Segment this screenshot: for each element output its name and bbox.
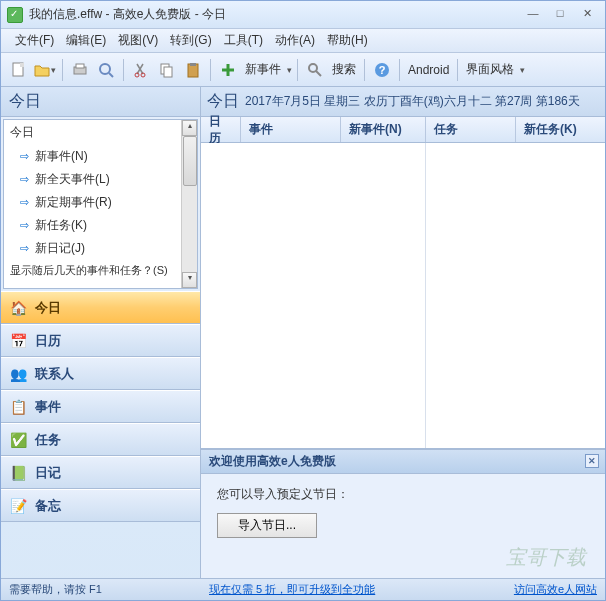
arrow-icon: ⇨ <box>20 219 29 232</box>
svg-rect-1 <box>20 63 24 67</box>
maximize-button[interactable]: □ <box>548 7 572 23</box>
tree-root[interactable]: 今日 <box>4 120 197 145</box>
new-file-icon[interactable] <box>7 58 31 82</box>
home-icon: 🏠 <box>9 299 27 317</box>
content-title: 今日 <box>207 91 239 112</box>
scrollbar[interactable]: ▴ ▾ <box>181 120 197 288</box>
calendar-icon: 📅 <box>9 332 27 350</box>
welcome-panel: 欢迎使用高效e人免费版 ✕ 您可以导入预定义节日： 导入节日... <box>201 449 605 578</box>
tree-show-upcoming[interactable]: 显示随后几天的事件和任务？(S) <box>4 260 197 281</box>
welcome-text: 您可以导入预定义节日： <box>217 486 589 503</box>
svg-rect-11 <box>190 63 196 66</box>
col-task[interactable]: 任务 <box>426 117 516 142</box>
diary-icon: 📗 <box>9 464 27 482</box>
contacts-icon: 👥 <box>9 365 27 383</box>
add-icon[interactable] <box>216 58 240 82</box>
svg-point-12 <box>309 64 317 72</box>
scroll-thumb[interactable] <box>183 136 197 186</box>
search-button[interactable]: 搜索 <box>329 61 359 78</box>
preview-icon[interactable] <box>94 58 118 82</box>
svg-rect-3 <box>76 64 84 68</box>
menu-action[interactable]: 动作(A) <box>269 30 321 51</box>
svg-point-4 <box>100 64 110 74</box>
svg-line-5 <box>109 73 113 77</box>
tree-new-recurring-event[interactable]: ⇨新定期事件(R) <box>4 191 197 214</box>
nav-panel: 🏠今日 📅日历 👥联系人 📋事件 ✅任务 📗日记 📝备忘 <box>1 291 200 578</box>
nav-calendar[interactable]: 📅日历 <box>1 324 200 357</box>
col-new-task[interactable]: 新任务(K) <box>516 117 605 142</box>
memo-icon: 📝 <box>9 497 27 515</box>
paste-icon[interactable] <box>181 58 205 82</box>
arrow-icon: ⇨ <box>20 150 29 163</box>
column-headers: 日历 事件 新事件(N) 任务 新任务(K) <box>201 117 605 143</box>
open-folder-icon[interactable]: ▾ <box>33 58 57 82</box>
arrow-icon: ⇨ <box>20 242 29 255</box>
content-date: 2017年7月5日 星期三 农历丁酉年(鸡)六月十二 第27周 第186天 <box>245 93 580 110</box>
menubar: 文件(F) 编辑(E) 视图(V) 转到(G) 工具(T) 动作(A) 帮助(H… <box>1 29 605 53</box>
tree-new-task[interactable]: ⇨新任务(K) <box>4 214 197 237</box>
titlebar: 我的信息.effw - 高效e人免费版 - 今日 — □ ✕ <box>1 1 605 29</box>
tree-new-diary[interactable]: ⇨新日记(J) <box>4 237 197 260</box>
menu-edit[interactable]: 编辑(E) <box>60 30 112 51</box>
sidebar: 今日 今日 ⇨新事件(N) ⇨新全天事件(L) ⇨新定期事件(R) ⇨新任务(K… <box>1 87 201 578</box>
tasks-column <box>426 143 605 448</box>
nav-memo[interactable]: 📝备忘 <box>1 489 200 522</box>
arrow-icon: ⇨ <box>20 196 29 209</box>
nav-tasks[interactable]: ✅任务 <box>1 423 200 456</box>
copy-icon[interactable] <box>155 58 179 82</box>
minimize-button[interactable]: — <box>521 7 545 23</box>
grid-area <box>201 143 605 449</box>
window-title: 我的信息.effw - 高效e人免费版 - 今日 <box>29 6 521 23</box>
menu-file[interactable]: 文件(F) <box>9 30 60 51</box>
nav-events[interactable]: 📋事件 <box>1 390 200 423</box>
events-column <box>201 143 426 448</box>
scroll-up-icon[interactable]: ▴ <box>182 120 197 136</box>
close-button[interactable]: ✕ <box>575 7 599 23</box>
android-button[interactable]: Android <box>405 63 452 77</box>
cut-icon[interactable] <box>129 58 153 82</box>
nav-diary[interactable]: 📗日记 <box>1 456 200 489</box>
menu-goto[interactable]: 转到(G) <box>164 30 217 51</box>
col-calendar[interactable]: 日历 <box>201 117 241 142</box>
events-icon: 📋 <box>9 398 27 416</box>
app-icon <box>7 7 23 23</box>
statusbar: 需要帮助，请按 F1 现在仅需 5 折，即可升级到全功能 访问高效e人网站 <box>1 578 605 600</box>
svg-line-13 <box>316 71 321 76</box>
status-help: 需要帮助，请按 F1 <box>9 582 209 597</box>
svg-rect-9 <box>164 67 172 77</box>
sidebar-header: 今日 <box>1 87 200 117</box>
arrow-icon: ⇨ <box>20 173 29 186</box>
welcome-header: 欢迎使用高效e人免费版 ✕ <box>201 450 605 474</box>
toolbar: ▾ 新事件▾ 搜索 ? Android 界面风格▾ <box>1 53 605 87</box>
menu-view[interactable]: 视图(V) <box>112 30 164 51</box>
menu-tools[interactable]: 工具(T) <box>218 30 269 51</box>
tree-new-event[interactable]: ⇨新事件(N) <box>4 145 197 168</box>
status-promo-link[interactable]: 现在仅需 5 折，即可升级到全功能 <box>209 582 504 597</box>
nav-today[interactable]: 🏠今日 <box>1 291 200 324</box>
content-area: 今日 2017年7月5日 星期三 农历丁酉年(鸡)六月十二 第27周 第186天… <box>201 87 605 578</box>
welcome-close-button[interactable]: ✕ <box>585 454 599 468</box>
nav-contacts[interactable]: 👥联系人 <box>1 357 200 390</box>
new-event-button[interactable]: 新事件 <box>242 61 284 78</box>
status-website-link[interactable]: 访问高效e人网站 <box>514 582 597 597</box>
content-header: 今日 2017年7月5日 星期三 农历丁酉年(鸡)六月十二 第27周 第186天 <box>201 87 605 117</box>
search-icon[interactable] <box>303 58 327 82</box>
skin-button[interactable]: 界面风格 <box>463 61 517 78</box>
tasks-icon: ✅ <box>9 431 27 449</box>
scroll-down-icon[interactable]: ▾ <box>182 272 197 288</box>
import-holidays-button[interactable]: 导入节日... <box>217 513 317 538</box>
print-icon[interactable] <box>68 58 92 82</box>
sidebar-tree: 今日 ⇨新事件(N) ⇨新全天事件(L) ⇨新定期事件(R) ⇨新任务(K) ⇨… <box>3 119 198 289</box>
tree-new-allday-event[interactable]: ⇨新全天事件(L) <box>4 168 197 191</box>
svg-text:?: ? <box>379 64 386 76</box>
col-event[interactable]: 事件 <box>241 117 341 142</box>
menu-help[interactable]: 帮助(H) <box>321 30 374 51</box>
help-icon[interactable]: ? <box>370 58 394 82</box>
col-new-event[interactable]: 新事件(N) <box>341 117 426 142</box>
